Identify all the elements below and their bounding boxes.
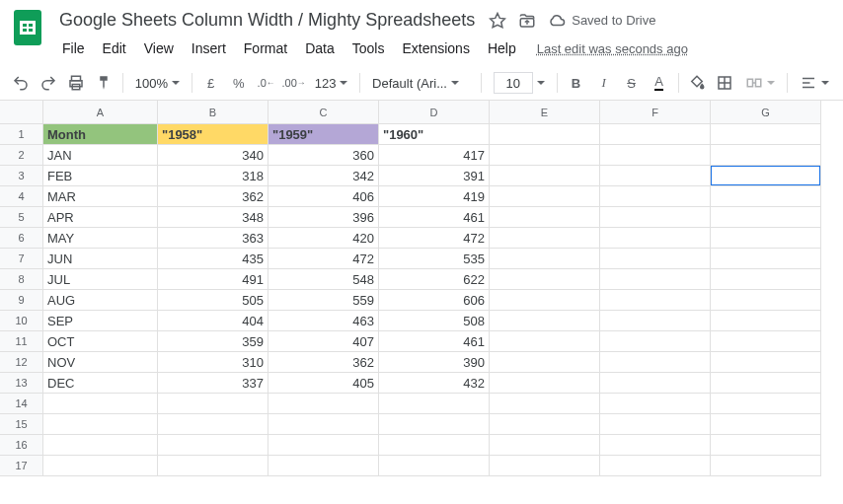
cell[interactable] — [600, 435, 711, 456]
cell[interactable]: 310 — [158, 352, 268, 373]
cell[interactable] — [711, 331, 821, 352]
cell[interactable] — [711, 435, 821, 456]
cell[interactable] — [490, 456, 600, 476]
cell[interactable]: 420 — [268, 228, 379, 249]
cell[interactable] — [600, 311, 711, 331]
cell[interactable]: 606 — [379, 290, 490, 311]
cell[interactable] — [490, 186, 600, 207]
cell[interactable] — [379, 394, 490, 414]
row-header[interactable]: 9 — [0, 290, 43, 311]
row-header[interactable]: 11 — [0, 331, 43, 352]
row-header[interactable]: 14 — [0, 394, 43, 414]
percent-button[interactable]: % — [226, 70, 252, 96]
menu-view[interactable]: View — [137, 36, 181, 60]
cell[interactable]: 622 — [379, 269, 490, 290]
cell[interactable]: 505 — [158, 290, 268, 311]
cell[interactable] — [43, 394, 158, 414]
menu-tools[interactable]: Tools — [345, 36, 392, 60]
cell[interactable] — [490, 145, 600, 166]
cell[interactable] — [711, 228, 821, 249]
cell[interactable]: "1959" — [268, 124, 379, 145]
doc-title[interactable]: Google Sheets Column Width / Mighty Spre… — [55, 8, 479, 33]
select-all-corner[interactable] — [0, 101, 43, 124]
cell[interactable]: 363 — [158, 228, 268, 249]
cell[interactable] — [490, 228, 600, 249]
horizontal-align-button[interactable] — [794, 70, 835, 96]
cell[interactable] — [711, 269, 821, 290]
cell[interactable]: DEC — [43, 373, 158, 394]
decrease-decimal-button[interactable]: .0← — [254, 70, 279, 96]
move-icon[interactable] — [518, 12, 536, 30]
column-header[interactable]: E — [490, 101, 600, 124]
cell[interactable] — [600, 166, 711, 186]
cell[interactable] — [711, 394, 821, 414]
cell[interactable] — [600, 394, 711, 414]
paint-format-button[interactable] — [91, 70, 116, 96]
row-header[interactable]: 7 — [0, 249, 43, 269]
cell[interactable] — [379, 414, 490, 435]
borders-button[interactable] — [712, 70, 737, 96]
cell[interactable] — [600, 228, 711, 249]
cell[interactable]: 461 — [379, 331, 490, 352]
column-header[interactable]: G — [711, 101, 821, 124]
cell[interactable] — [490, 394, 600, 414]
font-size-dropdown[interactable]: 10 — [488, 70, 551, 96]
cell[interactable] — [158, 435, 268, 456]
cell[interactable] — [600, 290, 711, 311]
cell[interactable]: 463 — [268, 311, 379, 331]
cell[interactable] — [490, 373, 600, 394]
cell[interactable]: MAY — [43, 228, 158, 249]
cell[interactable]: 406 — [268, 186, 379, 207]
cell[interactable]: "1960" — [379, 124, 490, 145]
cell[interactable] — [711, 207, 821, 228]
cell[interactable] — [711, 290, 821, 311]
font-dropdown[interactable]: Default (Ari... — [366, 70, 475, 96]
cell[interactable]: 360 — [268, 145, 379, 166]
cell[interactable] — [268, 456, 379, 476]
row-header[interactable]: 10 — [0, 311, 43, 331]
column-header[interactable]: B — [158, 101, 268, 124]
menu-insert[interactable]: Insert — [185, 36, 233, 60]
cell[interactable] — [600, 373, 711, 394]
cell[interactable]: "1958" — [158, 124, 268, 145]
cell[interactable] — [600, 352, 711, 373]
cell[interactable]: SEP — [43, 311, 158, 331]
cell[interactable]: 340 — [158, 145, 268, 166]
cell[interactable]: 559 — [268, 290, 379, 311]
cell[interactable] — [711, 373, 821, 394]
cell[interactable]: 417 — [379, 145, 490, 166]
cell[interactable] — [490, 269, 600, 290]
cell[interactable] — [711, 311, 821, 331]
row-header[interactable]: 16 — [0, 435, 43, 456]
cell[interactable] — [600, 124, 711, 145]
cell[interactable] — [43, 414, 158, 435]
cell[interactable]: 404 — [158, 311, 268, 331]
row-header[interactable]: 2 — [0, 145, 43, 166]
cell[interactable]: 362 — [158, 186, 268, 207]
italic-button[interactable]: I — [591, 70, 617, 96]
cell[interactable]: 472 — [379, 228, 490, 249]
bold-button[interactable]: B — [564, 70, 589, 96]
cell[interactable] — [711, 186, 821, 207]
cell[interactable]: 359 — [158, 331, 268, 352]
undo-button[interactable] — [8, 70, 34, 96]
cell[interactable] — [490, 290, 600, 311]
cell[interactable]: 405 — [268, 373, 379, 394]
cell[interactable]: JUN — [43, 249, 158, 269]
cell[interactable] — [490, 166, 600, 186]
cell[interactable] — [490, 124, 600, 145]
cell[interactable] — [711, 414, 821, 435]
merge-button[interactable] — [739, 70, 781, 96]
cell[interactable] — [268, 435, 379, 456]
cell[interactable] — [490, 311, 600, 331]
column-header[interactable]: F — [600, 101, 711, 124]
cell[interactable] — [490, 331, 600, 352]
cell[interactable]: 491 — [158, 269, 268, 290]
cell[interactable]: 396 — [268, 207, 379, 228]
cell[interactable] — [268, 414, 379, 435]
row-header[interactable]: 8 — [0, 269, 43, 290]
cell[interactable]: Month — [43, 124, 158, 145]
cell[interactable]: 432 — [379, 373, 490, 394]
cell[interactable] — [711, 352, 821, 373]
cell[interactable] — [43, 435, 158, 456]
